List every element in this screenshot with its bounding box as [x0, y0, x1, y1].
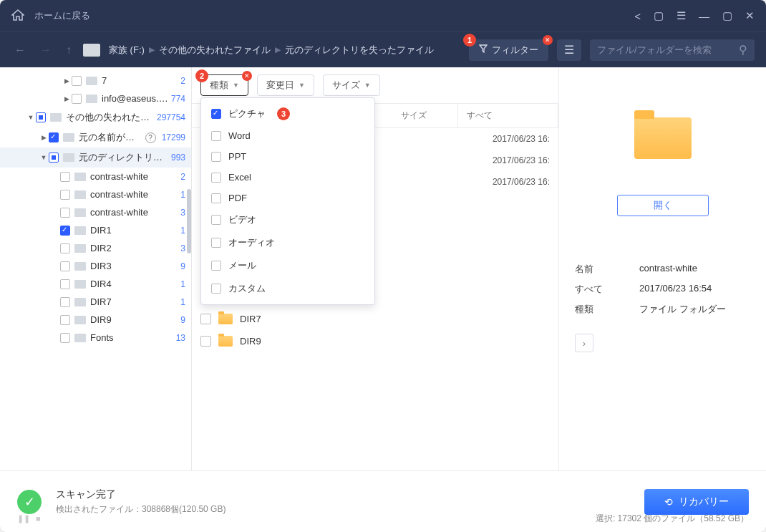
dd-checkbox[interactable]: [211, 152, 221, 162]
next-page-button[interactable]: ›: [575, 334, 593, 352]
file-checkbox[interactable]: [200, 314, 211, 324]
tree-checkbox[interactable]: [72, 94, 82, 104]
dd-checkbox[interactable]: [211, 215, 221, 225]
file-row[interactable]: DIR9: [192, 330, 558, 352]
scrollbar[interactable]: [187, 189, 191, 253]
dd-item-picture[interactable]: ピクチャ3: [201, 102, 374, 125]
dd-item-pdf[interactable]: PDF: [201, 188, 374, 208]
dd-checkbox[interactable]: [211, 131, 221, 141]
tree-item[interactable]: ▼その他の失われたフ…297754: [0, 107, 191, 127]
status-title: スキャン完了: [56, 488, 226, 501]
view-mode-button[interactable]: ☰: [557, 39, 581, 61]
bc-path1[interactable]: その他の失われたファイル: [159, 44, 271, 57]
tree-item[interactable]: DIR23: [0, 239, 191, 257]
tree-checkbox[interactable]: [49, 153, 59, 163]
stop-icon[interactable]: ■: [36, 514, 41, 523]
dd-item-ppt[interactable]: PPT: [201, 146, 374, 167]
filter-size[interactable]: サイズ▼: [323, 74, 380, 96]
dd-checkbox[interactable]: [211, 284, 221, 294]
search-input[interactable]: [597, 44, 739, 55]
th-size[interactable]: サイズ: [392, 104, 458, 127]
tree-checkbox[interactable]: [60, 243, 70, 253]
recover-button[interactable]: ⟲リカバリー: [644, 489, 749, 515]
tree-checkbox[interactable]: [49, 132, 59, 142]
tree-checkbox[interactable]: [60, 226, 70, 236]
dd-checkbox[interactable]: [211, 261, 221, 271]
filter-type[interactable]: 2 種類 ▼ ✕: [200, 74, 248, 96]
back-arrow[interactable]: ←: [11, 44, 29, 57]
collapse-icon[interactable]: ▼: [40, 154, 47, 161]
tree-checkbox[interactable]: [60, 261, 70, 271]
file-row[interactable]: DIR7: [192, 308, 558, 330]
bc-path2[interactable]: 元のディレクトリを失ったファイル: [285, 44, 434, 57]
file-name: DIR9: [240, 336, 261, 347]
tree-item[interactable]: DIR71: [0, 293, 191, 311]
chevron-down-icon: ▼: [233, 82, 239, 89]
expand-icon[interactable]: ▶: [63, 95, 70, 102]
tree-checkbox[interactable]: [60, 172, 70, 182]
tree-checkbox[interactable]: [60, 279, 70, 289]
tree-label: 元のディレクトリを失っ…: [79, 151, 168, 164]
share-icon[interactable]: <: [634, 10, 641, 22]
bc-drive[interactable]: 家族 (F:): [109, 44, 145, 57]
home-icon[interactable]: [11, 9, 24, 23]
tree-item[interactable]: contrast-white1: [0, 185, 191, 203]
file-checkbox[interactable]: [200, 336, 211, 347]
tree-item[interactable]: ▶元の名前が失…?17299: [0, 127, 191, 147]
tree-checkbox[interactable]: [60, 297, 70, 307]
pause-icon[interactable]: ❚❚: [17, 514, 30, 523]
grid-icon[interactable]: ▢: [654, 9, 664, 22]
tree-count: 1: [180, 226, 185, 236]
open-button[interactable]: 開く: [617, 195, 709, 216]
th-all[interactable]: すべて: [458, 104, 558, 127]
dd-item-excel[interactable]: Excel: [201, 167, 374, 188]
dd-checkbox[interactable]: [211, 238, 221, 248]
tree-item[interactable]: contrast-white3: [0, 203, 191, 221]
home-link[interactable]: ホームに戻る: [34, 9, 90, 22]
type-clear-icon[interactable]: ✕: [242, 71, 252, 81]
filter-clear-icon[interactable]: ✕: [543, 35, 553, 45]
maximize-icon[interactable]: ▢: [722, 9, 732, 22]
tree-item[interactable]: DIR99: [0, 311, 191, 329]
dd-item-video[interactable]: ビデオ: [201, 208, 374, 231]
tree-checkbox[interactable]: [60, 190, 70, 200]
main-panel: 2 種類 ▼ ✕ 変更日▼ サイズ▼ ピクチャ3 Word PPT Excel …: [192, 67, 558, 470]
tree-count: 774: [171, 94, 185, 104]
dd-item-custom[interactable]: カスタム: [201, 277, 374, 300]
tree-item[interactable]: ▶72: [0, 72, 191, 90]
tree-item[interactable]: DIR11: [0, 221, 191, 239]
close-icon[interactable]: ✕: [745, 9, 755, 22]
tree-item[interactable]: contrast-white2: [0, 168, 191, 185]
expand-icon[interactable]: ▶: [40, 134, 47, 141]
tree-checkbox[interactable]: [72, 76, 82, 86]
filter-button[interactable]: 1 フィルター ✕: [469, 39, 548, 61]
menu-icon[interactable]: ☰: [677, 9, 686, 22]
tree-checkbox[interactable]: [36, 112, 46, 122]
dd-checkbox[interactable]: [211, 193, 221, 203]
up-arrow[interactable]: ↑: [63, 44, 74, 57]
pause-controls[interactable]: ❚❚■: [17, 514, 41, 523]
dd-item-mail[interactable]: メール: [201, 254, 374, 277]
dd-item-audio[interactable]: オーディオ: [201, 231, 374, 254]
tree-item[interactable]: ▶info@easeus.…774: [0, 90, 191, 107]
collapse-icon[interactable]: ▼: [27, 114, 34, 121]
tree-checkbox[interactable]: [60, 208, 70, 218]
tree-item-active[interactable]: ▼元のディレクトリを失っ…993: [0, 147, 191, 168]
tree-checkbox[interactable]: [60, 333, 70, 343]
tree-item[interactable]: Fonts13: [0, 329, 191, 347]
filter-date[interactable]: 変更日▼: [257, 74, 314, 96]
content: ▶72 ▶info@easeus.…774 ▼その他の失われたフ…297754 …: [0, 67, 766, 470]
search-box[interactable]: ⚲: [590, 39, 755, 61]
info-type-label: 種類: [575, 303, 639, 316]
minimize-icon[interactable]: —: [699, 10, 709, 22]
expand-icon[interactable]: ▶: [63, 77, 70, 84]
tree-item[interactable]: DIR39: [0, 257, 191, 275]
help-icon[interactable]: ?: [145, 132, 156, 143]
forward-arrow[interactable]: →: [37, 44, 54, 57]
dd-checkbox[interactable]: [211, 173, 221, 183]
dd-item-word[interactable]: Word: [201, 125, 374, 146]
dd-checkbox[interactable]: [211, 109, 221, 119]
tree-checkbox[interactable]: [60, 315, 70, 325]
search-icon[interactable]: ⚲: [739, 43, 747, 57]
tree-item[interactable]: DIR41: [0, 275, 191, 293]
